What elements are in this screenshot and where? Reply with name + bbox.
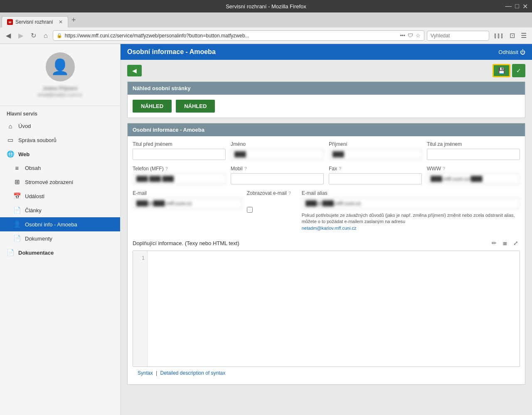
input-jmeno[interactable] [231, 149, 324, 160]
input-email[interactable] [133, 198, 242, 209]
sidebar-item-stromove[interactable]: ⊞ Stromové zobrazení [0, 175, 120, 189]
www-help-icon[interactable]: ? [443, 166, 445, 171]
address-more-button[interactable]: ••• [400, 33, 405, 39]
preview-btn-1[interactable]: NÁHLED [133, 100, 172, 113]
editor-textarea[interactable] [148, 251, 520, 366]
sidebar-item-uvod[interactable]: ⌂ Úvod [0, 119, 120, 133]
content-area: Osobní informace - Amoeba Odhlásit ⏻ ◀ 💾… [121, 44, 532, 415]
back-button[interactable]: ◀ [3, 30, 13, 41]
list-view-button[interactable]: ≣ [501, 239, 509, 247]
preview-section-header: Náhled osobní stránky [128, 82, 525, 95]
input-prijmeni[interactable] [329, 149, 422, 160]
sidebar-profile: 👤 Jméno Příjmení email@matfyz.cuni.cz [0, 44, 120, 106]
sidebar-item-clanky[interactable]: 📄 Články [0, 203, 120, 217]
telefon-help-icon[interactable]: ? [165, 166, 168, 171]
syntax-detail-link[interactable]: Detailed description of syntax [160, 370, 226, 376]
sidebar-item-label: Stromové zobrazení [25, 179, 73, 185]
editor-section: Doplňující informace. (Texy nebo HTML te… [133, 237, 520, 367]
fullscreen-button[interactable]: ⤢ [512, 239, 520, 247]
form-row-1: Titul před jménem Jméno Příjmení [133, 141, 520, 160]
fax-help-icon[interactable]: ? [339, 166, 341, 171]
page-title: Osobní informace - Amoeba [127, 48, 216, 56]
field-titul-za: Titul za jménem [427, 141, 520, 160]
label-prijmeni: Příjmení [329, 141, 422, 147]
forward-button[interactable]: ▶ [16, 30, 26, 41]
input-titul-pred[interactable] [133, 149, 226, 160]
reload-button[interactable]: ↻ [28, 30, 39, 41]
nav-icons: ⫿⫿⫿ ⊡ ☰ [492, 30, 529, 41]
sidebar-item-label: Web [18, 151, 30, 157]
save-button[interactable]: 💾 [493, 64, 510, 77]
maximize-button[interactable]: □ [515, 2, 519, 10]
tab-bar: M Servisní rozhraní ✕ + [0, 12, 532, 27]
home-button[interactable]: ⌂ [41, 30, 50, 41]
shield-icon: 🛡 [408, 32, 413, 39]
zobrazovat-help-icon[interactable]: ? [288, 191, 291, 196]
sidebar-item-udalosti[interactable]: 📅 Události [0, 189, 120, 203]
input-email-alias[interactable] [302, 198, 520, 209]
input-telefon[interactable] [133, 173, 226, 184]
input-fax[interactable] [329, 173, 422, 184]
personal-section-body: Titul před jménem Jméno Příjmení [128, 136, 525, 384]
edit-icon-button[interactable]: ✏ [490, 239, 498, 247]
docs-icon: 📄 [7, 249, 14, 256]
alias-note: Pokud potřebujete ze závažných důvodů (j… [302, 212, 520, 231]
label-titul-pred: Titul před jménem [133, 141, 226, 147]
editor-line-numbers: 1 [133, 251, 148, 366]
back-page-button[interactable]: ◀ [127, 65, 142, 76]
minimize-button[interactable]: — [505, 2, 512, 10]
label-telefon: Telefon (MFF) ? [133, 166, 226, 172]
field-prijmeni: Příjmení [329, 141, 422, 160]
close-button[interactable]: ✕ [522, 2, 528, 10]
menu-button[interactable]: ☰ [519, 30, 529, 41]
field-www: WWW ? [427, 166, 520, 184]
article-icon: 📄 [13, 206, 21, 214]
bookmarks-button[interactable]: ⫿⫿⫿ [492, 30, 506, 41]
home-icon: ⌂ [7, 123, 14, 130]
alias-link[interactable]: netadm@karlov.mff.cuni.cz [302, 226, 357, 231]
title-bar: Servisní rozhraní - Mozilla Firefox — □ … [0, 0, 532, 12]
sidebar-item-dokumenty[interactable]: 📄 Dokumenty [0, 231, 120, 246]
form-row-2: Telefon (MFF) ? Mobil ? [133, 166, 520, 184]
input-www[interactable] [427, 173, 520, 184]
address-bar[interactable]: 🔒 https://www.mff.cuni.cz/service/matfyz… [53, 30, 424, 41]
field-telefon: Telefon (MFF) ? [133, 166, 226, 184]
preview-btn-2[interactable]: NÁHLED [176, 100, 215, 113]
field-zobrazovat-email: Zobrazovat e-mail ? [247, 190, 297, 231]
label-fax: Fax ? [329, 166, 422, 172]
address-text: https://www.mff.cuni.cz/service/matfyzwe… [65, 33, 398, 39]
sidebar-item-sprava[interactable]: ▭ Správa souborů [0, 133, 120, 147]
sidebar-item-dokumentace[interactable]: 📄 Dokumentace [0, 246, 120, 260]
active-tab[interactable]: M Servisní rozhraní ✕ [2, 16, 68, 27]
input-mobil[interactable] [231, 173, 324, 184]
preview-section-body: NÁHLED NÁHLED [128, 95, 525, 118]
sidebar-item-osobni-info[interactable]: 👤 Osobní info - Amoeba [0, 217, 120, 231]
person-icon: 👤 [13, 221, 21, 228]
bookmark-icon[interactable]: ☆ [416, 32, 421, 39]
field-titul-pred: Titul před jménem [133, 141, 226, 160]
logout-label: Odhlásit [498, 49, 518, 55]
search-input[interactable] [427, 31, 489, 41]
logout-button[interactable]: Odhlásit ⏻ [498, 49, 525, 55]
input-titul-za[interactable] [427, 149, 520, 160]
folder-icon: ▭ [7, 136, 14, 144]
mobil-help-icon[interactable]: ? [244, 166, 247, 171]
new-tab-button[interactable]: + [68, 12, 79, 27]
sidebar-item-web[interactable]: 🌐 Web [0, 147, 120, 161]
confirm-button[interactable]: ✓ [512, 64, 525, 77]
sidebar-item-obsah[interactable]: ≡ Obsah [0, 161, 120, 175]
toolbar: ◀ 💾 ✓ [121, 60, 532, 81]
syntax-links: Syntax | Detailed description of syntax [133, 367, 520, 379]
label-email: E-mail [133, 190, 242, 196]
sidebar-item-label: Dokumenty [25, 236, 52, 242]
sync-button[interactable]: ⊡ [507, 30, 517, 41]
document-icon: 📄 [13, 235, 21, 242]
close-tab-button[interactable]: ✕ [59, 19, 63, 25]
editor-label: Doplňující informace. (Texy nebo HTML te… [133, 240, 239, 246]
label-email-alias: E-mail alias [302, 190, 520, 196]
checkbox-group [247, 207, 297, 213]
sidebar-item-label: Osobní info - Amoeba [25, 221, 77, 228]
top-bar: Osobní informace - Amoeba Odhlásit ⏻ [121, 44, 532, 60]
input-zobrazovat-email[interactable] [247, 207, 253, 213]
syntax-link[interactable]: Syntax [138, 370, 153, 376]
